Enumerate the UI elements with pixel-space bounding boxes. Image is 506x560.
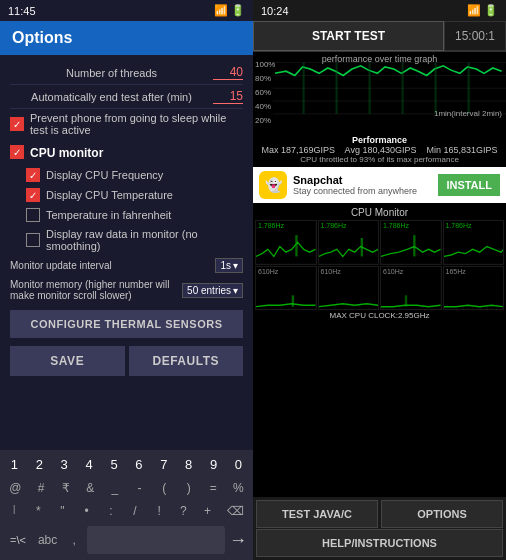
install-button[interactable]: INSTALL: [438, 174, 500, 196]
fahrenheit-row[interactable]: Temperature in fahrenheit: [10, 205, 243, 225]
kb-underscore[interactable]: _: [106, 478, 124, 498]
sleep-checkbox-row[interactable]: ✓ Prevent phone from going to sleep whil…: [10, 109, 243, 139]
cpu-monitor-checkbox-row[interactable]: ✓ CPU monitor: [10, 139, 243, 165]
kb-abc[interactable]: abc: [34, 530, 61, 550]
raw-data-checkbox[interactable]: [26, 233, 40, 247]
auto-end-value[interactable]: 15: [213, 89, 243, 104]
start-test-tab[interactable]: START TEST: [253, 21, 444, 51]
cpu-cell-3: 1.786Hz: [443, 220, 505, 265]
kb-at[interactable]: @: [5, 478, 25, 498]
kb-star[interactable]: *: [29, 501, 47, 521]
ad-text: Snapchat Stay connected from anywhere: [293, 174, 432, 196]
defaults-label: DEFAULTS: [153, 354, 219, 368]
kb-rupee[interactable]: ₹: [57, 478, 75, 498]
kb-lparen[interactable]: (: [155, 478, 173, 498]
kb-rparen[interactable]: ): [180, 478, 198, 498]
cpu-cell-2-label: 1.786Hz: [383, 222, 409, 229]
configure-thermal-btn[interactable]: CONFIGURE THERMAL SENSORS: [10, 310, 243, 338]
status-bar-left: 11:45 📶 🔋: [0, 0, 253, 21]
perf-label: Performance: [259, 135, 500, 145]
configure-thermal-label: CONFIGURE THERMAL SENSORS: [31, 318, 223, 330]
kb-hash[interactable]: #: [32, 478, 50, 498]
save-label: SAVE: [50, 354, 84, 368]
kb-more-btn[interactable]: |: [5, 501, 23, 521]
cpu-freq-row[interactable]: ✓ Display CPU Frequency: [10, 165, 243, 185]
monitor-memory-label: Monitor memory (higher number will make …: [10, 279, 182, 301]
defaults-button[interactable]: DEFAULTS: [129, 346, 244, 376]
monitor-memory-value: 50 entries: [187, 285, 231, 296]
kb-key-6[interactable]: 6: [129, 454, 149, 475]
kb-dot[interactable]: •: [78, 501, 96, 521]
y-labels: 100% 80% 60% 40% 20%: [255, 60, 275, 125]
kb-bottom-row: =\< abc , →: [2, 524, 251, 556]
kb-quote[interactable]: ": [53, 501, 71, 521]
kb-plus[interactable]: +: [199, 501, 217, 521]
cpu-monitor-title: CPU Monitor: [255, 205, 504, 220]
monitor-interval-select[interactable]: 1s ▾: [215, 258, 243, 273]
cpu-monitor-checkbox[interactable]: ✓: [10, 145, 24, 159]
bottom-buttons: SAVE DEFAULTS: [10, 342, 243, 380]
status-bar-right: 10:24 📶 🔋: [253, 0, 506, 21]
perf-min: Min 165,831GIPS: [426, 145, 497, 155]
kb-key-3[interactable]: 3: [54, 454, 74, 475]
monitor-memory-select[interactable]: 50 entries ▾: [182, 283, 243, 298]
cpu-cell-7-label: 165Hz: [446, 268, 466, 275]
y-60: 60%: [255, 88, 275, 97]
status-icons-left: 📶 🔋: [214, 4, 245, 17]
cpu-cell-6: 610Hz: [380, 266, 442, 311]
kb-row-3: | * " • : / ! ? + ⌫: [2, 501, 251, 521]
kb-key-4[interactable]: 4: [79, 454, 99, 475]
kb-colon[interactable]: :: [102, 501, 120, 521]
bottom-nav: TEST JAVA/C OPTIONS HELP/INSTRUCTIONS: [253, 497, 506, 560]
kb-key-8[interactable]: 8: [179, 454, 199, 475]
cpu-cell-5: 610Hz: [318, 266, 380, 311]
options-btn[interactable]: OPTIONS: [381, 500, 503, 528]
kb-key-2[interactable]: 2: [29, 454, 49, 475]
header-title-left: Options: [12, 29, 72, 46]
cpu-cell-0: 1.786Hz: [255, 220, 317, 265]
cpu-temp-label: Display CPU Temperature: [46, 189, 173, 201]
svg-rect-17: [413, 235, 415, 256]
top-tabs: START TEST 15:00:1: [253, 21, 506, 52]
threads-value[interactable]: 40: [213, 65, 243, 80]
kb-question[interactable]: ?: [174, 501, 192, 521]
sleep-checkbox[interactable]: ✓: [10, 117, 24, 131]
raw-data-row[interactable]: Display raw data in monitor (no smoothin…: [10, 225, 243, 255]
kb-slash[interactable]: /: [126, 501, 144, 521]
cpu-monitor-label: CPU monitor: [30, 142, 103, 162]
kb-equals[interactable]: =: [204, 478, 222, 498]
kb-enter[interactable]: →: [229, 530, 247, 551]
auto-end-row: Automatically end test after (min) 15: [10, 85, 243, 109]
y-20: 20%: [255, 116, 275, 125]
save-button[interactable]: SAVE: [10, 346, 125, 376]
kb-key-5[interactable]: 5: [104, 454, 124, 475]
kb-comma-key[interactable]: ,: [65, 530, 83, 550]
kb-minus[interactable]: -: [131, 478, 149, 498]
time-tab: 15:00:1: [444, 21, 506, 51]
fahrenheit-checkbox[interactable]: [26, 208, 40, 222]
kb-key-0[interactable]: 0: [228, 454, 248, 475]
kb-mode-btn[interactable]: =\<: [6, 532, 30, 548]
auto-end-label: Automatically end test after (min): [10, 91, 213, 103]
raw-data-label: Display raw data in monitor (no smoothin…: [46, 228, 243, 252]
help-btn[interactable]: HELP/INSTRUCTIONS: [256, 529, 503, 557]
kb-backspace-icon[interactable]: ⌫: [223, 501, 248, 521]
cpu-freq-checkbox[interactable]: ✓: [26, 168, 40, 182]
kb-percent[interactable]: %: [229, 478, 248, 498]
cpu-freq-label: Display CPU Frequency: [46, 169, 163, 181]
fahrenheit-label: Temperature in fahrenheit: [46, 209, 171, 221]
cpu-temp-checkbox[interactable]: ✓: [26, 188, 40, 202]
kb-key-1[interactable]: 1: [4, 454, 24, 475]
perf-avg: Avg 180,430GIPS: [345, 145, 417, 155]
kb-ampersand[interactable]: &: [81, 478, 99, 498]
svg-rect-23: [405, 295, 407, 306]
kb-exclaim[interactable]: !: [150, 501, 168, 521]
kb-key-7[interactable]: 7: [154, 454, 174, 475]
cpu-temp-row[interactable]: ✓ Display CPU Temperature: [10, 185, 243, 205]
kb-row-2: @ # ₹ & _ - ( ) = %: [2, 478, 251, 498]
kb-key-9[interactable]: 9: [204, 454, 224, 475]
threads-row: Number of threads 40: [10, 61, 243, 85]
kb-space[interactable]: [87, 526, 225, 554]
test-java-btn[interactable]: TEST JAVA/C: [256, 500, 378, 528]
perf-throttle: CPU throttled to 93% of its max performa…: [259, 155, 500, 164]
